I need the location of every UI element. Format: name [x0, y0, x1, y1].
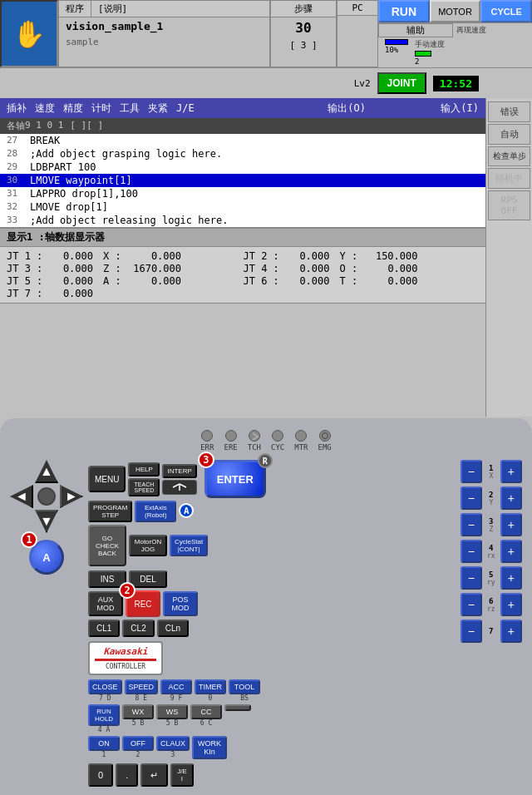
pos-mod-button[interactable]: POSMOD [163, 591, 198, 616]
timer-button[interactable]: TIMER [195, 679, 226, 694]
minus-6rz[interactable]: − [461, 593, 482, 616]
assist-button[interactable]: 辅助 [378, 23, 453, 37]
speed-sub: 8 E [135, 694, 147, 702]
dpad-up[interactable]: ▲ [35, 460, 58, 483]
plus-3z[interactable]: + [500, 513, 522, 536]
menu-item-output[interactable]: 输出(O) [328, 101, 366, 116]
svg-line-0 [173, 484, 180, 487]
menu-btn[interactable]: MENU [88, 466, 126, 492]
program-step-button[interactable]: PROGRAMSTEP [88, 501, 132, 522]
claux-sub: 3 [171, 751, 175, 758]
led-tch [249, 430, 260, 442]
cyclestat-button[interactable]: CycleStat|CONT| [170, 535, 208, 556]
ws-sub: 5 B [166, 719, 178, 727]
led-ere [225, 430, 237, 442]
code-line-32: 32 LMOVE drop[1] [0, 200, 485, 214]
menu-item-speed[interactable]: 速度 [35, 101, 55, 116]
close-button[interactable]: CLOSE [88, 679, 122, 694]
plus-1x[interactable]: + [500, 460, 522, 483]
enter-key-button[interactable]: ↵ [140, 763, 168, 787]
claux-button[interactable]: CLAUX [156, 736, 190, 751]
menu-item-tool[interactable]: 工具 [120, 101, 140, 116]
badge-1: 1 [21, 531, 37, 548]
help-button[interactable]: HELP [128, 462, 160, 477]
dot-button[interactable]: . [116, 763, 138, 787]
plus-7[interactable]: + [500, 620, 522, 643]
cycle-button[interactable]: CYCLE [480, 0, 532, 22]
run-hold-button[interactable]: RUNHOLD [88, 704, 120, 726]
code-line-31: 31 LAPPRO drop[1],100 [0, 187, 485, 200]
cl1-button[interactable]: CL1 [88, 620, 120, 637]
speed-button[interactable]: SPEED [125, 679, 159, 694]
cl2-button[interactable]: CL2 [122, 620, 154, 637]
dpad-left[interactable]: ◄ [10, 485, 33, 508]
plus-4rx[interactable]: + [500, 540, 522, 563]
run-button[interactable]: RUN [378, 0, 430, 22]
plus-5ry[interactable]: + [500, 566, 522, 590]
interp-button[interactable]: INTERP [162, 464, 196, 478]
on-button[interactable]: ON [88, 736, 120, 751]
pc-label: PC [337, 1, 377, 16]
cln-button[interactable]: CLn [157, 620, 189, 637]
program-type: sample [59, 35, 269, 49]
cc-button[interactable]: CC [190, 704, 222, 719]
wx-button[interactable]: WX [122, 704, 154, 719]
menu-item-jibu[interactable]: 插补 [7, 101, 27, 116]
lv-label: Lv2 [354, 78, 371, 89]
menu-item-je[interactable]: J/E [176, 102, 195, 114]
menu-item-clamp[interactable]: 夹紧 [148, 101, 168, 116]
code-header-values: 9 1 0 1 [25, 120, 63, 132]
pos-jt7: JT 7 :0.000 [7, 288, 243, 299]
motoron-jog-button[interactable]: MotorONJOG [129, 535, 167, 556]
ws-button[interactable]: WS [156, 704, 188, 719]
cc-extra[interactable] [224, 704, 251, 711]
work-kln-button[interactable]: WORKKIn [192, 736, 227, 759]
tool-sub: BS [240, 694, 249, 702]
aux-mod-button[interactable]: AUXMOD [88, 591, 123, 616]
hand-icon: ✋ [12, 18, 46, 50]
menu-item-timing[interactable]: 计时 [91, 101, 111, 116]
minus-2y[interactable]: − [461, 486, 482, 510]
minus-4rx[interactable]: − [461, 540, 482, 563]
teach-speed-button[interactable]: TEACHSPEED [128, 478, 160, 496]
minus-1x[interactable]: − [461, 460, 482, 483]
plus-2y[interactable]: + [500, 486, 522, 510]
code-header-brackets: [ ][ ] [70, 120, 103, 131]
tool-button[interactable]: TOOL [229, 679, 260, 694]
led-emg [319, 430, 331, 442]
minus-5ry[interactable]: − [461, 566, 482, 590]
minus-7[interactable]: − [461, 620, 482, 643]
led-cyc-label: CYC [271, 443, 284, 452]
menu-item-input[interactable]: 输入(I) [441, 101, 479, 116]
acc-button[interactable]: ACC [160, 679, 192, 694]
side-error: 错误 [488, 101, 530, 122]
extaxis-button[interactable]: ExtAxis(Robot) [135, 501, 176, 522]
code-line-30[interactable]: 30 LMOVE waypoint[1] [0, 174, 485, 187]
off-button[interactable]: OFF [122, 736, 154, 751]
joint-button[interactable]: JOINT [377, 72, 426, 94]
enter-button[interactable]: ENTER [204, 460, 266, 498]
dpad-down[interactable]: ▼ [35, 510, 58, 533]
step-label: 步骤 [271, 1, 336, 17]
manual-value: 2 [415, 57, 445, 66]
program-name: vision_sample_1 [59, 17, 269, 35]
manual-label: 手动速度 [415, 39, 445, 50]
menu-item-precision[interactable]: 精度 [63, 101, 83, 116]
code-line-33: 33 ;Add object releasing logic here. [0, 214, 485, 227]
dpad-right[interactable]: ► [60, 485, 83, 508]
plus-6rz[interactable]: + [500, 593, 522, 616]
pos-jt4: JT 4 :0.000 O :0.000 [244, 263, 480, 274]
motor-button[interactable]: MOTOR [430, 0, 481, 22]
je-i-button[interactable]: J/EI [170, 763, 194, 787]
pos-jt3: JT 3 :0.000 Z :1670.000 [7, 263, 243, 274]
pos-header: 显示1 :轴数据显示器 [0, 229, 485, 247]
cc-sub: 6 C [200, 719, 212, 727]
go-check-back-button[interactable]: GOCHECKBACK [88, 525, 126, 566]
minus-3z[interactable]: − [461, 513, 482, 536]
a-label: A [179, 503, 194, 518]
zero-button[interactable]: 0 [88, 763, 113, 787]
del-button[interactable]: DEL [129, 570, 167, 588]
dpad-center [37, 487, 56, 506]
on-sub: 1 [102, 751, 106, 758]
description-label: [说明] [91, 1, 134, 17]
